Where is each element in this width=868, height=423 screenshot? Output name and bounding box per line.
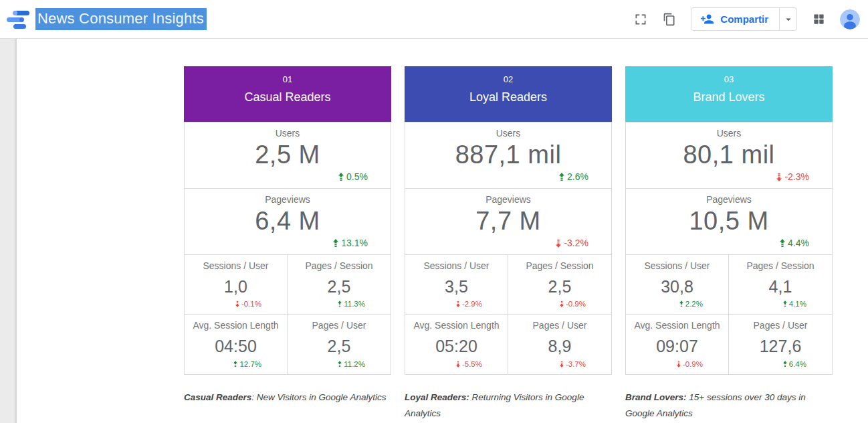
footnote-term: Brand Lovers: — [625, 392, 687, 402]
metric-label: Sessions / User — [185, 255, 287, 271]
card-header: 03 Brand Lovers — [625, 66, 833, 122]
metric-label: Pages / Session — [508, 255, 611, 271]
metric-change: 6.4% — [783, 360, 806, 368]
metric-label: Users — [626, 122, 832, 139]
share-dropdown-button[interactable] — [779, 8, 796, 30]
scorecard-users: Users 2,5 M 0.5% — [185, 122, 391, 188]
metric-value: 2,5 — [288, 277, 391, 297]
data-studio-logo-icon[interactable] — [7, 9, 29, 29]
metric-value: 6,4 M — [185, 207, 391, 236]
metric-change: -0.9% — [560, 300, 586, 308]
metric-value: 2,5 M — [185, 141, 391, 169]
card-body: Users 2,5 M 0.5% Pageviews 6,4 M 13.1% S… — [184, 122, 391, 375]
metric-change: -3.2% — [556, 238, 588, 248]
metric-label: Sessions / User — [626, 255, 728, 271]
card-body: Users 887,1 mil 2.6% Pageviews 7,7 M -3.… — [405, 122, 612, 375]
app-bar: News Consumer Insights Compartir — [0, 0, 868, 39]
person-add-icon — [700, 12, 714, 26]
trend-arrow-icon — [677, 361, 681, 367]
metric-value: 3,5 — [405, 277, 508, 297]
metric-value: 887,1 mil — [405, 141, 611, 169]
metric-value: 1,0 — [185, 277, 287, 297]
metric-row: Sessions / User 1,0 -0.1% Pages / Sessio… — [185, 254, 391, 314]
metric-change: -2.9% — [456, 300, 482, 308]
metric-value: 80,1 mil — [626, 141, 832, 169]
chevron-down-icon — [782, 13, 794, 25]
trend-arrow-icon — [560, 361, 564, 367]
metric-change: 12.7% — [233, 360, 261, 368]
scorecard-avg-session-length: Avg. Session Length 05:20 -5.5% — [405, 315, 508, 374]
trend-arrow-icon — [333, 239, 338, 248]
metric-label: Pages / User — [508, 315, 611, 331]
metric-change-text: -0.9% — [566, 300, 586, 308]
metric-value: 2,5 — [288, 337, 391, 356]
metric-label: Avg. Session Length — [185, 315, 287, 331]
scorecard-sessions-per-user: Sessions / User 3,5 -2.9% — [405, 255, 508, 314]
metric-change-text: -3.2% — [564, 238, 588, 248]
scorecard-pages-per-user: Pages / User 127,6 6.4% — [729, 315, 832, 374]
metric-value: 4,1 — [729, 277, 832, 297]
metric-label: Pages / User — [288, 315, 391, 331]
scorecard-pages-per-session: Pages / Session 4,1 4.1% — [729, 255, 832, 314]
metric-change-text: 4.1% — [789, 300, 806, 308]
metric-label: Pages / Session — [729, 255, 832, 271]
scorecard-users: Users 887,1 mil 2.6% — [405, 122, 611, 188]
report-title[interactable]: News Consumer Insights — [35, 8, 207, 30]
metric-change: 4.1% — [783, 300, 806, 308]
metric-label: Avg. Session Length — [405, 315, 508, 331]
card-number: 02 — [405, 66, 612, 84]
card-body: Users 80,1 mil -2.3% Pageviews 10,5 M 4.… — [625, 122, 833, 375]
scorecard-pages-per-session: Pages / Session 2,5 -0.9% — [508, 255, 611, 314]
metric-change: -2.3% — [776, 171, 809, 182]
metric-value: 10,5 M — [626, 207, 832, 236]
scorecard-pages-per-user: Pages / User 2,5 11.2% — [288, 315, 391, 374]
metric-label: Pageviews — [405, 189, 611, 205]
metric-change-text: -2.3% — [784, 171, 809, 182]
metric-row: Avg. Session Length 05:20 -5.5% Pages / … — [405, 314, 611, 374]
trend-arrow-icon — [456, 301, 460, 307]
fullscreen-icon[interactable] — [633, 12, 648, 27]
metric-value: 127,6 — [729, 337, 832, 356]
trend-arrow-icon — [776, 173, 782, 181]
metric-row: Avg. Session Length 09:07 -0.9% Pages / … — [626, 314, 832, 374]
metric-change-text: 11.2% — [344, 360, 365, 368]
metric-label: Avg. Session Length — [626, 315, 728, 331]
footnote-term: Casual Readers — [184, 392, 251, 402]
trend-arrow-icon — [338, 173, 344, 181]
metric-change-text: 11.3% — [344, 300, 365, 308]
segment-card-brand-lovers: 03 Brand Lovers Users 80,1 mil -2.3% Pag… — [625, 66, 833, 422]
card-number: 03 — [625, 66, 833, 84]
metric-change: 11.2% — [338, 360, 365, 368]
scorecard-pages-per-user: Pages / User 8,9 -3.7% — [508, 315, 611, 374]
report-canvas: 01 Casual Readers Users 2,5 M 0.5% Pagev… — [0, 39, 868, 423]
scorecard-avg-session-length: Avg. Session Length 09:07 -0.9% — [626, 315, 729, 374]
copy-pages-icon[interactable] — [662, 12, 677, 27]
trend-arrow-icon — [456, 361, 460, 367]
metric-value: 05:20 — [405, 337, 508, 356]
card-header: 02 Loyal Readers — [405, 66, 612, 122]
metric-change: 11.3% — [338, 300, 365, 308]
apps-grid-icon[interactable] — [811, 12, 826, 27]
metric-label: Pages / Session — [288, 255, 391, 271]
card-title: Loyal Readers — [405, 84, 612, 104]
user-avatar[interactable] — [840, 9, 860, 29]
segment-footnote: Loyal Readers: Returning Visitors in Goo… — [405, 390, 612, 422]
metric-change: -5.5% — [456, 360, 482, 368]
metric-change: -3.7% — [560, 360, 586, 368]
metric-change-text: -3.7% — [566, 360, 586, 368]
metric-value: 8,9 — [508, 337, 611, 356]
metric-change-text: 2.6% — [567, 171, 588, 182]
share-button[interactable]: Compartir — [691, 8, 779, 30]
scorecard-pageviews: Pageviews 6,4 M 13.1% — [185, 188, 391, 254]
trend-arrow-icon — [556, 239, 561, 248]
metric-change: 2.6% — [559, 171, 588, 182]
appbar-actions: Compartir — [633, 7, 868, 31]
metric-change: 13.1% — [333, 238, 368, 248]
trend-arrow-icon — [783, 301, 787, 307]
trend-arrow-icon — [559, 173, 564, 181]
metric-label: Users — [405, 122, 611, 139]
metric-change-text: 12.7% — [239, 360, 261, 368]
share-button-group: Compartir — [691, 7, 797, 31]
trend-arrow-icon — [780, 239, 785, 248]
metric-change-text: 6.4% — [789, 360, 806, 368]
